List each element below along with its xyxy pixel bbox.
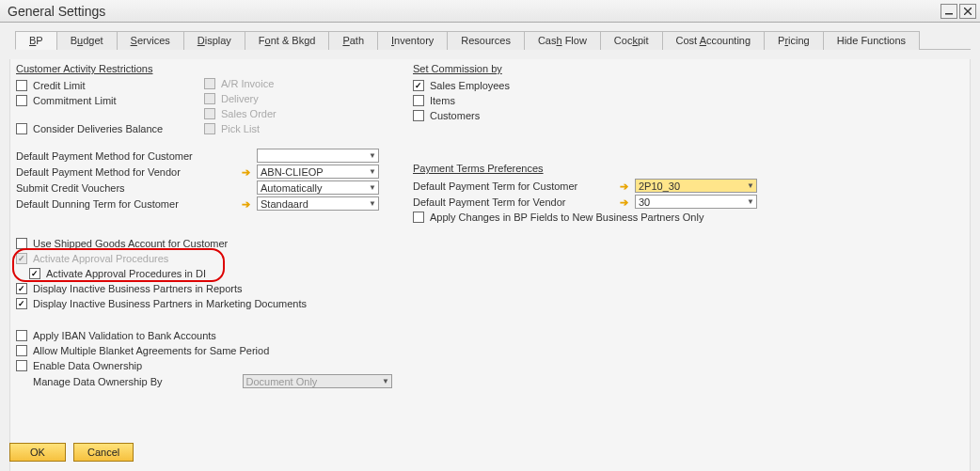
- pm-vendor-arrow-icon[interactable]: ➔: [242, 166, 257, 178]
- tab-hide-functions[interactable]: Hide Functions: [823, 31, 920, 50]
- display-inactive-reports-label: Display Inactive Business Partners in Re…: [33, 283, 243, 294]
- allow-blanket-label: Allow Multiple Blanket Agreements for Sa…: [33, 345, 269, 356]
- commission-header: Set Commission by: [413, 63, 964, 74]
- pt-customer-arrow-icon[interactable]: ➔: [620, 181, 635, 192]
- items-label: Items: [430, 95, 455, 106]
- consider-deliveries-checkbox[interactable]: [16, 123, 27, 134]
- dunning-arrow-icon[interactable]: ➔: [242, 198, 257, 210]
- ar-invoice-label: A/R Invoice: [221, 78, 274, 89]
- pm-customer-label: Default Payment Method for Customer: [16, 150, 242, 162]
- customers-label: Customers: [430, 110, 480, 121]
- dunning-select[interactable]: Standaard: [257, 196, 379, 211]
- credit-limit-checkbox[interactable]: [16, 80, 27, 91]
- pick-list-label: Pick List: [221, 123, 260, 134]
- use-shipped-label: Use Shipped Goods Account for Customer: [33, 238, 228, 249]
- credit-limit-label: Credit Limit: [33, 80, 86, 91]
- enable-data-own-label: Enable Data Ownership: [33, 360, 142, 371]
- minimize-button[interactable]: [940, 4, 957, 19]
- apply-iban-label: Apply IBAN Validation to Bank Accounts: [33, 330, 216, 341]
- apply-changes-label: Apply Changes in BP Fields to New Busine…: [430, 212, 703, 223]
- pt-customer-label: Default Payment Term for Customer: [413, 181, 620, 192]
- tab-display[interactable]: Display: [183, 31, 245, 50]
- tab-budget[interactable]: Budget: [56, 31, 118, 50]
- display-inactive-marketing-label: Display Inactive Business Partners in Ma…: [33, 298, 307, 309]
- apply-iban-checkbox[interactable]: [16, 330, 27, 341]
- tab-pricing[interactable]: Pricing: [764, 31, 824, 50]
- pt-vendor-arrow-icon[interactable]: ➔: [620, 196, 635, 208]
- consider-deliveries-label: Consider Deliveries Balance: [33, 123, 163, 134]
- tab-cockpit[interactable]: Cockpit: [600, 31, 663, 50]
- tab-resources[interactable]: Resources: [447, 31, 525, 50]
- display-inactive-reports-checkbox[interactable]: [16, 283, 27, 294]
- tab-font-bkgd[interactable]: Font & Bkgd: [245, 31, 330, 50]
- sales-emp-checkbox[interactable]: [413, 80, 424, 91]
- commitment-limit-label: Commitment Limit: [33, 95, 117, 106]
- pt-header: Payment Terms Preferences: [413, 163, 964, 174]
- activate-approval-di-checkbox[interactable]: [29, 268, 40, 279]
- manage-data-own-label: Manage Data Ownership By: [33, 376, 243, 387]
- display-inactive-marketing-checkbox[interactable]: [16, 298, 27, 309]
- tab-path[interactable]: Path: [328, 31, 378, 50]
- sales-emp-label: Sales Employees: [430, 80, 510, 91]
- pm-vendor-select[interactable]: ABN-CLIEOP: [257, 165, 379, 179]
- window-title: General Settings: [8, 4, 105, 19]
- items-checkbox[interactable]: [413, 95, 424, 106]
- tab-cash-flow[interactable]: Cash Flow: [524, 31, 601, 50]
- pt-vendor-select[interactable]: 30: [635, 195, 757, 209]
- tab-strip: BP Budget Services Display Font & Bkgd P…: [15, 30, 971, 50]
- enable-data-own-checkbox[interactable]: [16, 360, 27, 371]
- submit-credit-label: Submit Credit Vouchers: [16, 182, 242, 194]
- apply-changes-checkbox[interactable]: [413, 212, 424, 223]
- delivery-checkbox: [204, 93, 215, 104]
- svg-rect-0: [945, 13, 953, 15]
- ok-button[interactable]: OK: [9, 443, 66, 462]
- pt-customer-select[interactable]: 2P10_30: [635, 179, 757, 193]
- pm-vendor-label: Default Payment Method for Vendor: [16, 166, 242, 178]
- manage-data-own-select: Document Only: [243, 374, 392, 388]
- commitment-limit-checkbox[interactable]: [16, 95, 27, 106]
- customers-checkbox[interactable]: [413, 110, 424, 121]
- use-shipped-checkbox[interactable]: [16, 238, 27, 249]
- ar-invoice-checkbox: [204, 78, 215, 89]
- pick-list-checkbox: [204, 123, 215, 134]
- dunning-label: Default Dunning Term for Customer: [16, 198, 242, 210]
- submit-credit-select[interactable]: Automatically: [257, 181, 379, 195]
- tab-cost-accounting[interactable]: Cost Accounting: [662, 31, 766, 50]
- sales-order-checkbox: [204, 108, 215, 119]
- allow-blanket-checkbox[interactable]: [16, 345, 27, 356]
- delivery-label: Delivery: [221, 93, 259, 104]
- tab-services[interactable]: Services: [117, 31, 184, 50]
- sales-order-label: Sales Order: [221, 108, 277, 119]
- customer-activity-header: Customer Activity Restrictions: [16, 63, 204, 74]
- activate-approval-label: Activate Approval Procedures: [33, 253, 168, 264]
- tab-bp[interactable]: BP: [15, 31, 57, 50]
- pm-customer-select[interactable]: [257, 149, 379, 163]
- tab-inventory[interactable]: Inventory: [377, 31, 448, 50]
- activate-approval-checkbox: [16, 253, 27, 264]
- pt-vendor-label: Default Payment Term for Vendor: [413, 196, 620, 208]
- cancel-button[interactable]: Cancel: [73, 443, 134, 462]
- close-button[interactable]: [959, 4, 976, 19]
- activate-approval-di-label: Activate Approval Procedures in DI: [46, 268, 206, 279]
